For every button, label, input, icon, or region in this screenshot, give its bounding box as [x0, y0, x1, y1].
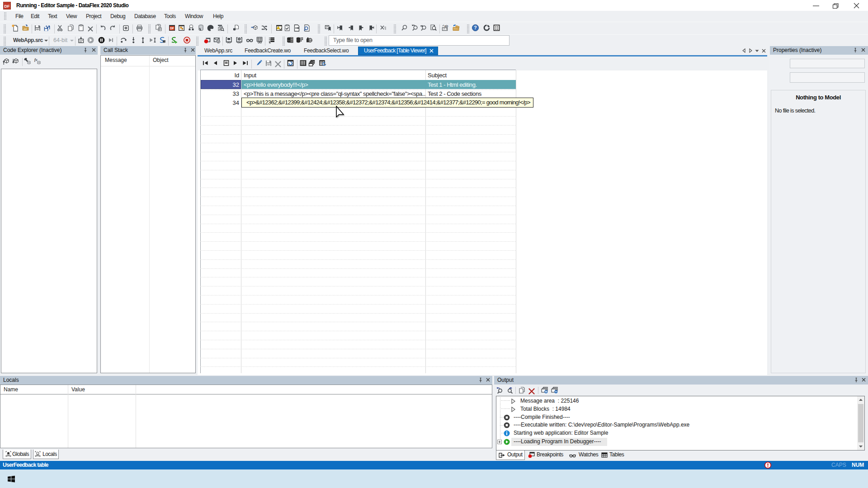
svg-text:fx: fx — [34, 57, 38, 62]
svg-text:?: ? — [474, 25, 476, 30]
svg-text:ab: ab — [444, 24, 448, 28]
svg-text:DF: DF — [170, 27, 174, 30]
svg-text:DF: DF — [5, 4, 10, 9]
